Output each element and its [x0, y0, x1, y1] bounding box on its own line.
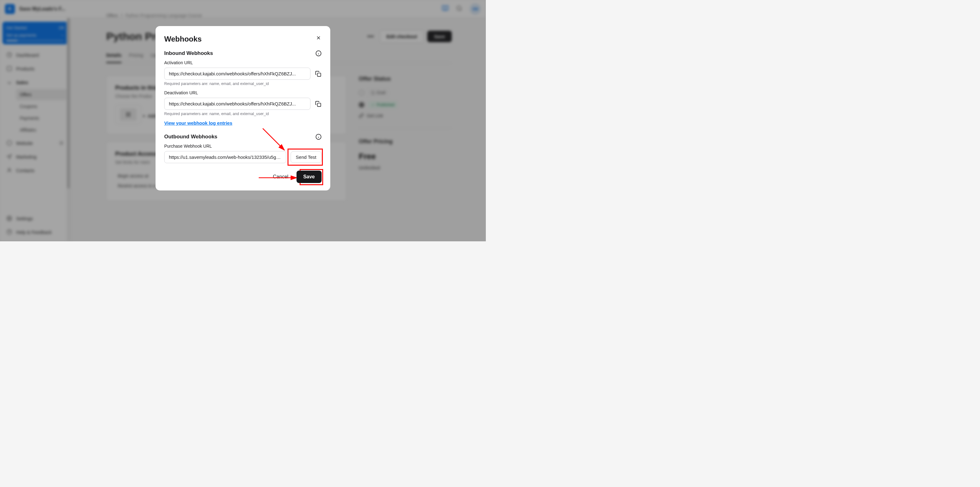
purchase-url-input[interactable]: https://u1.savemyleads.com/web-hooks/132…: [164, 151, 286, 163]
copy-icon: [315, 101, 321, 107]
activation-url-input[interactable]: https://checkout.kajabi.com/webhooks/off…: [164, 68, 310, 80]
cancel-button[interactable]: Cancel: [270, 171, 291, 183]
purchase-label: Purchase Webhook URL: [164, 144, 321, 148]
deactivation-url-input[interactable]: https://checkout.kajabi.com/webhooks/off…: [164, 98, 310, 110]
copy-activation-button[interactable]: [315, 70, 321, 77]
inbound-title: Inbound Webhooks: [164, 50, 213, 56]
modal-title: Webhooks: [164, 35, 321, 43]
send-test-button[interactable]: Send Test: [291, 152, 321, 163]
close-icon: [316, 35, 321, 41]
svg-rect-19: [318, 103, 321, 106]
modal-overlay: Webhooks Inbound Webhooks Activation URL…: [0, 0, 486, 241]
copy-deactivation-button[interactable]: [315, 101, 321, 107]
log-link[interactable]: View your webhook log entries: [164, 120, 232, 126]
info-icon[interactable]: [315, 134, 321, 140]
outbound-title: Outbound Webhooks: [164, 134, 218, 140]
deactivation-hint: Required parameters are: name, email, an…: [164, 112, 321, 116]
webhooks-modal: Webhooks Inbound Webhooks Activation URL…: [156, 26, 330, 190]
activation-hint: Required parameters are: name, email, an…: [164, 81, 321, 86]
copy-icon: [315, 71, 321, 77]
activation-label: Activation URL: [164, 60, 321, 65]
save-button[interactable]: Save: [296, 171, 321, 183]
svg-rect-18: [318, 73, 321, 76]
deactivation-label: Deactivation URL: [164, 90, 321, 95]
info-icon[interactable]: [315, 50, 321, 56]
close-button[interactable]: [314, 34, 323, 42]
arrow-to-send-test: [261, 127, 289, 155]
